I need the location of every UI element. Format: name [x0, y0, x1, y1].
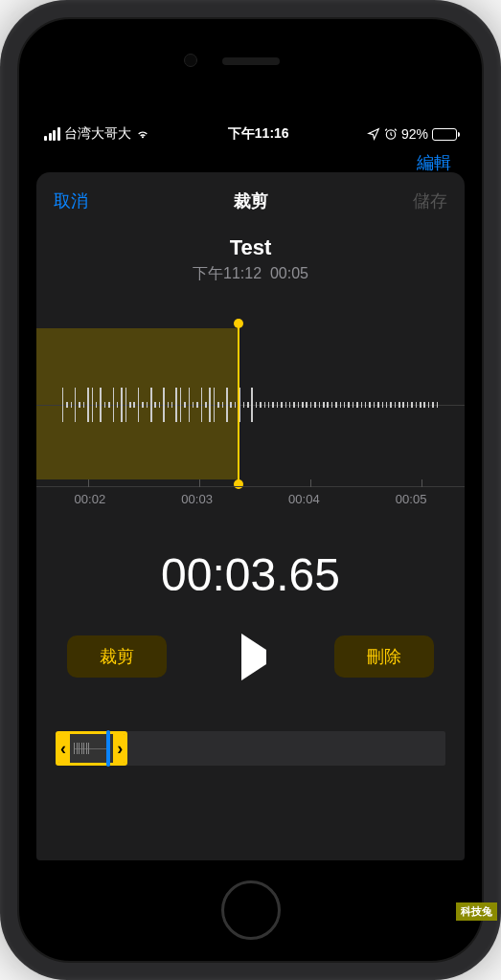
alarm-icon	[384, 127, 398, 141]
home-button[interactable]	[221, 880, 281, 940]
current-time: 00:03.65	[36, 548, 465, 601]
trim-handle-right[interactable]: ›	[113, 734, 126, 763]
carrier-name: 台湾大哥大	[64, 125, 131, 143]
trim-sheet: 取消 裁剪 儲存 Test 下午11:12 00:05	[36, 172, 465, 860]
battery-icon	[432, 128, 457, 141]
axis-tick	[310, 479, 311, 487]
axis-label: 00:02	[75, 492, 106, 506]
phone-bezel: 台湾大哥大 下午11:16 92%	[17, 17, 484, 963]
nav-bar: 取消 裁剪 儲存	[36, 182, 465, 218]
axis-tick	[88, 479, 89, 487]
edit-button-background: 編輯	[417, 151, 451, 174]
delete-button[interactable]: 刪除	[334, 635, 434, 678]
recording-timestamp: 下午11:12	[193, 265, 262, 281]
mini-waveform	[74, 748, 109, 749]
location-icon	[367, 127, 380, 141]
signal-icon	[44, 127, 60, 141]
recording-title[interactable]: Test	[36, 235, 465, 260]
axis-label: 00:03	[181, 492, 213, 506]
waveform-samples	[62, 388, 439, 422]
play-icon	[241, 634, 266, 680]
earpiece	[222, 57, 280, 65]
recording-duration: 00:05	[270, 265, 308, 281]
controls: 裁剪 刪除	[36, 635, 465, 678]
play-button[interactable]	[230, 644, 272, 670]
axis-label: 00:04	[288, 492, 320, 506]
mini-playhead[interactable]	[106, 730, 110, 767]
cancel-button[interactable]: 取消	[54, 189, 88, 212]
axis-label: 00:05	[396, 492, 427, 506]
phone-frame: 台湾大哥大 下午11:16 92%	[0, 0, 501, 980]
mini-timeline[interactable]: ‹ ›	[56, 731, 445, 766]
waveform-playhead[interactable]	[238, 324, 239, 483]
trim-button[interactable]: 裁剪	[67, 635, 167, 678]
axis-tick	[199, 479, 200, 487]
waveform[interactable]: 00:02 00:03 00:04 00:05	[36, 328, 465, 501]
wifi-icon	[135, 126, 150, 142]
battery-percent: 92%	[401, 126, 428, 142]
trim-handle-left[interactable]: ‹	[57, 734, 70, 763]
axis-tick	[421, 479, 422, 487]
axis-rule	[36, 486, 465, 487]
recording-meta: 下午11:12 00:05	[36, 264, 465, 284]
watermark: 科技兔	[456, 902, 497, 921]
sheet-title: 裁剪	[234, 189, 268, 212]
mini-selection[interactable]: ‹ ›	[56, 731, 127, 766]
screen: 台湾大哥大 下午11:16 92%	[36, 120, 465, 860]
status-time: 下午11:16	[228, 125, 289, 143]
status-bar: 台湾大哥大 下午11:16 92%	[36, 120, 465, 148]
front-camera	[184, 54, 197, 67]
save-button: 儲存	[413, 189, 447, 212]
time-axis: 00:02 00:03 00:04 00:05	[36, 492, 465, 506]
